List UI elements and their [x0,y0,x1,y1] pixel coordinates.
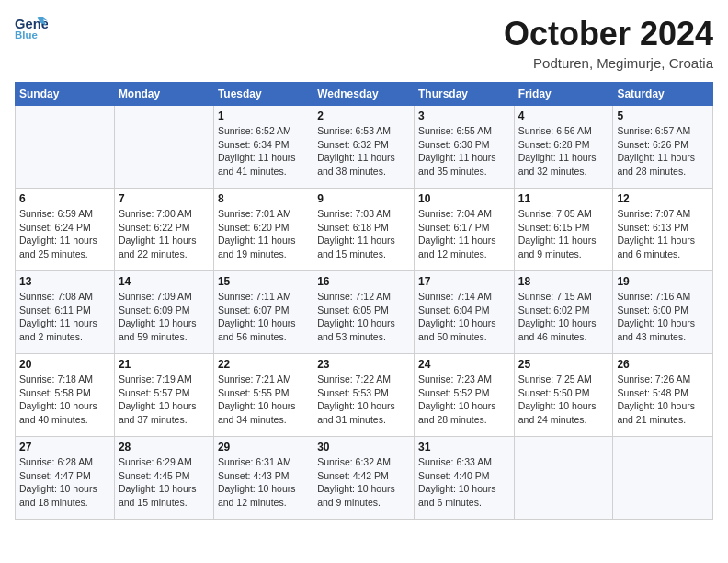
day-number: 20 [19,358,110,371]
day-number: 15 [218,275,309,288]
day-info: Sunrise: 7:23 AMSunset: 5:52 PMDaylight:… [418,373,510,427]
calendar-cell [114,106,213,189]
calendar-cell: 13Sunrise: 7:08 AMSunset: 6:11 PMDayligh… [16,271,115,354]
calendar-cell: 7Sunrise: 7:00 AMSunset: 6:22 PMDaylight… [114,189,213,271]
day-number: 19 [617,275,709,288]
day-number: 7 [119,192,210,205]
weekday-header-saturday: Saturday [613,83,713,106]
day-info: Sunrise: 7:16 AMSunset: 6:00 PMDaylight:… [617,290,709,344]
weekday-header-row: SundayMondayTuesdayWednesdayThursdayFrid… [16,83,713,106]
calendar-cell: 1Sunrise: 6:52 AMSunset: 6:34 PMDaylight… [213,106,313,189]
calendar-cell: 9Sunrise: 7:03 AMSunset: 6:18 PMDaylight… [313,189,415,271]
calendar-cell: 29Sunrise: 6:31 AMSunset: 4:43 PMDayligh… [213,437,313,520]
day-number: 11 [518,192,609,205]
calendar-cell: 30Sunrise: 6:32 AMSunset: 4:42 PMDayligh… [313,437,415,520]
day-info: Sunrise: 6:59 AMSunset: 6:24 PMDaylight:… [19,207,110,261]
day-info: Sunrise: 6:31 AMSunset: 4:43 PMDaylight:… [218,455,309,510]
day-number: 1 [218,109,309,122]
calendar-cell: 28Sunrise: 6:29 AMSunset: 4:45 PMDayligh… [114,437,213,520]
day-info: Sunrise: 7:07 AMSunset: 6:13 PMDaylight:… [617,207,709,261]
calendar-cell [613,437,713,520]
calendar-cell: 4Sunrise: 6:56 AMSunset: 6:28 PMDaylight… [514,106,613,189]
calendar-table: SundayMondayTuesdayWednesdayThursdayFrid… [15,82,713,520]
day-info: Sunrise: 6:29 AMSunset: 4:45 PMDaylight:… [119,455,210,510]
day-number: 24 [418,358,510,371]
day-number: 21 [119,358,210,371]
calendar-cell: 12Sunrise: 7:07 AMSunset: 6:13 PMDayligh… [613,189,713,271]
day-info: Sunrise: 7:19 AMSunset: 5:57 PMDaylight:… [119,373,210,427]
location-subtitle: Podturen, Megimurje, Croatia [504,55,713,71]
day-number: 17 [418,275,510,288]
day-number: 12 [617,192,709,205]
calendar-cell: 8Sunrise: 7:01 AMSunset: 6:20 PMDaylight… [213,189,313,271]
day-info: Sunrise: 7:00 AMSunset: 6:22 PMDaylight:… [119,207,210,261]
calendar-cell: 23Sunrise: 7:22 AMSunset: 5:53 PMDayligh… [313,354,415,437]
page-header: General Blue October 2024 Podturen, Megi… [15,15,713,71]
day-info: Sunrise: 7:11 AMSunset: 6:07 PMDaylight:… [218,290,309,344]
day-info: Sunrise: 7:12 AMSunset: 6:05 PMDaylight:… [317,290,410,344]
calendar-cell: 27Sunrise: 6:28 AMSunset: 4:47 PMDayligh… [16,437,115,520]
day-number: 4 [518,109,609,122]
calendar-week-3: 20Sunrise: 7:18 AMSunset: 5:58 PMDayligh… [16,354,713,437]
title-area: October 2024 Podturen, Megimurje, Croati… [504,15,713,71]
day-number: 13 [19,275,110,288]
day-number: 31 [418,441,510,454]
day-info: Sunrise: 7:05 AMSunset: 6:15 PMDaylight:… [518,207,609,261]
day-info: Sunrise: 7:26 AMSunset: 5:48 PMDaylight:… [617,373,709,427]
day-info: Sunrise: 7:15 AMSunset: 6:02 PMDaylight:… [518,290,609,344]
calendar-cell [16,106,115,189]
calendar-cell: 2Sunrise: 6:53 AMSunset: 6:32 PMDaylight… [313,106,415,189]
calendar-cell: 5Sunrise: 6:57 AMSunset: 6:26 PMDaylight… [613,106,713,189]
day-number: 29 [218,441,309,454]
day-info: Sunrise: 6:57 AMSunset: 6:26 PMDaylight:… [617,124,709,178]
day-number: 30 [317,441,410,454]
calendar-cell: 22Sunrise: 7:21 AMSunset: 5:55 PMDayligh… [213,354,313,437]
day-info: Sunrise: 7:14 AMSunset: 6:04 PMDaylight:… [418,290,510,344]
day-info: Sunrise: 6:32 AMSunset: 4:42 PMDaylight:… [317,455,410,510]
day-info: Sunrise: 6:55 AMSunset: 6:30 PMDaylight:… [418,124,510,178]
calendar-cell: 16Sunrise: 7:12 AMSunset: 6:05 PMDayligh… [313,271,415,354]
calendar-cell: 26Sunrise: 7:26 AMSunset: 5:48 PMDayligh… [613,354,713,437]
day-info: Sunrise: 7:25 AMSunset: 5:50 PMDaylight:… [518,373,609,427]
day-info: Sunrise: 7:18 AMSunset: 5:58 PMDaylight:… [19,373,110,427]
calendar-week-2: 13Sunrise: 7:08 AMSunset: 6:11 PMDayligh… [16,271,713,354]
day-info: Sunrise: 7:21 AMSunset: 5:55 PMDaylight:… [218,373,309,427]
calendar-body: 1Sunrise: 6:52 AMSunset: 6:34 PMDaylight… [16,106,713,520]
calendar-cell [514,437,613,520]
weekday-header-thursday: Thursday [414,83,514,106]
calendar-cell: 24Sunrise: 7:23 AMSunset: 5:52 PMDayligh… [414,354,514,437]
calendar-cell: 6Sunrise: 6:59 AMSunset: 6:24 PMDaylight… [16,189,115,271]
day-info: Sunrise: 6:52 AMSunset: 6:34 PMDaylight:… [218,124,309,178]
calendar-cell: 31Sunrise: 6:33 AMSunset: 4:40 PMDayligh… [414,437,514,520]
weekday-header-friday: Friday [514,83,613,106]
calendar-week-1: 6Sunrise: 6:59 AMSunset: 6:24 PMDaylight… [16,189,713,271]
calendar-cell: 3Sunrise: 6:55 AMSunset: 6:30 PMDaylight… [414,106,514,189]
calendar-cell: 17Sunrise: 7:14 AMSunset: 6:04 PMDayligh… [414,271,514,354]
day-number: 2 [317,109,410,122]
day-number: 23 [317,358,410,371]
day-number: 26 [617,358,709,371]
day-number: 28 [119,441,210,454]
weekday-header-tuesday: Tuesday [213,83,313,106]
calendar-cell: 18Sunrise: 7:15 AMSunset: 6:02 PMDayligh… [514,271,613,354]
day-info: Sunrise: 6:33 AMSunset: 4:40 PMDaylight:… [418,455,510,510]
day-number: 10 [418,192,510,205]
calendar-cell: 25Sunrise: 7:25 AMSunset: 5:50 PMDayligh… [514,354,613,437]
day-number: 16 [317,275,410,288]
day-info: Sunrise: 6:53 AMSunset: 6:32 PMDaylight:… [317,124,410,178]
day-number: 8 [218,192,309,205]
day-number: 6 [19,192,110,205]
calendar-cell: 20Sunrise: 7:18 AMSunset: 5:58 PMDayligh… [16,354,115,437]
calendar-cell: 19Sunrise: 7:16 AMSunset: 6:00 PMDayligh… [613,271,713,354]
day-info: Sunrise: 6:28 AMSunset: 4:47 PMDaylight:… [19,455,110,510]
calendar-cell: 15Sunrise: 7:11 AMSunset: 6:07 PMDayligh… [213,271,313,354]
day-number: 5 [617,109,709,122]
calendar-header: SundayMondayTuesdayWednesdayThursdayFrid… [16,83,713,106]
day-info: Sunrise: 7:01 AMSunset: 6:20 PMDaylight:… [218,207,309,261]
calendar-week-0: 1Sunrise: 6:52 AMSunset: 6:34 PMDaylight… [16,106,713,189]
day-number: 27 [19,441,110,454]
logo-icon: General Blue [15,15,48,42]
day-number: 3 [418,109,510,122]
calendar-cell: 11Sunrise: 7:05 AMSunset: 6:15 PMDayligh… [514,189,613,271]
calendar-cell: 10Sunrise: 7:04 AMSunset: 6:17 PMDayligh… [414,189,514,271]
